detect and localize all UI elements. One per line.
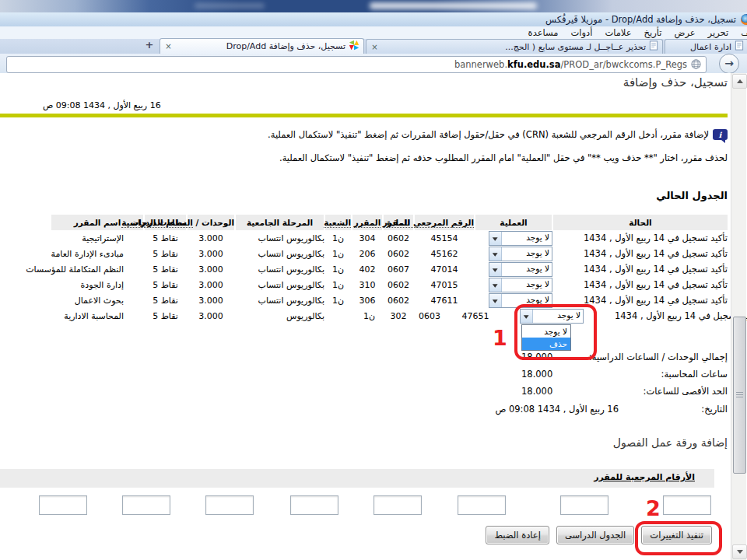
go-arrow-button[interactable]: →: [719, 54, 739, 74]
scroll-down-icon[interactable]: [732, 544, 747, 559]
tab-warning[interactable]: تحذير عــاجــل لـ مستوى سابع ( الحج... ×: [366, 39, 663, 54]
col-crn[interactable]: الرقم المرجعي للمقرر: [414, 215, 475, 230]
window-title: تسجيل، حذف وإضافة Drop/Add - موزيلا فَير…: [545, 14, 736, 25]
menu-history[interactable]: تأريخ: [644, 27, 662, 38]
vertical-scrollbar[interactable]: [731, 73, 746, 560]
crn-input-2[interactable]: [560, 495, 608, 515]
status-cell: تأكيد تسجيل في 14 ربيع الأول , 1434: [552, 230, 728, 246]
url-bar-row: bannerweb.kfu.edu.sa/PROD_ar/bwckcoms.P_…: [0, 54, 747, 74]
section-cell: ن1: [324, 292, 352, 308]
grade-mode-cell: نقاط 5: [144, 277, 187, 292]
grade-mode-cell: نقاط 5: [144, 308, 187, 324]
crn-input-1[interactable]: [663, 495, 711, 515]
grade-mode-cell: نقاط 5: [144, 292, 187, 308]
url-input[interactable]: bannerweb.kfu.edu.sa/PROD_ar/bwckcoms.P_…: [6, 56, 707, 73]
scrollbar-thumb[interactable]: [733, 317, 746, 474]
table-row: تأكيد تسجيل في 14 ربيع الأول , 1434 لا ي…: [51, 246, 728, 261]
dropdown-arrow-icon: ▼: [489, 232, 502, 245]
menu-help[interactable]: مساعدة: [528, 27, 559, 38]
crn-input-3[interactable]: [458, 495, 506, 515]
divider-rule: [0, 114, 728, 117]
col-level: المرحلة الجامعية: [235, 215, 324, 230]
col-action: العملية: [475, 215, 552, 230]
background-blur-strip: [0, 0, 747, 12]
menu-edit[interactable]: تحرير: [708, 27, 729, 38]
crn-cell: 47015: [414, 277, 475, 292]
table-header-row: الحالة العملية الرقم المرجعي للمقرر الما…: [51, 215, 728, 230]
tab-close-icon[interactable]: ×: [164, 42, 173, 51]
max-hours-value: 18.000: [521, 386, 572, 397]
course-cell: 310: [352, 277, 383, 292]
tab-drop-add-active[interactable]: تسجيل، حذف وإضافة Drop/Add ×: [160, 38, 364, 54]
action-select[interactable]: لا يوجد▼: [489, 247, 552, 261]
course-title-cell: مبادىء الإدارة العامة: [51, 246, 144, 261]
credits-cell: 3.000: [187, 308, 235, 324]
globe-icon: [691, 59, 701, 72]
course-cell: 306: [352, 292, 383, 308]
subject-cell: 0607: [383, 261, 414, 277]
crn-input-6[interactable]: [205, 495, 254, 515]
billing-hours-label: ساعات المحاسبة:: [661, 369, 728, 380]
course-title-cell: إدارة الجودة: [51, 277, 144, 292]
table-row: تأكيد تسجيل في 14 ربيع الأول , 1434 لا ي…: [51, 308, 728, 324]
level-cell: بكالوريوس انتساب: [235, 246, 324, 261]
section-cell: ن1: [324, 230, 352, 246]
max-hours-label: الحد الأقصى للساعات:: [644, 386, 728, 397]
pinwheel-icon: [349, 40, 359, 53]
crn-cell: 47611: [414, 292, 475, 308]
dropdown-arrow-icon: ▼: [489, 263, 502, 276]
page-icon: [649, 40, 658, 53]
crn-input-7[interactable]: [122, 495, 170, 515]
page-datetime: 16 ربيع الأول , 1434 09:08 ص: [43, 100, 161, 110]
billing-hours-value: 18.000: [521, 369, 572, 380]
course-title-cell: النظم المتكاملة للمؤسسات: [51, 261, 144, 277]
course-title-cell: المحاسبة الادارية: [51, 308, 144, 324]
section-cell: ن1: [324, 246, 352, 261]
window-titlebar: تسجيل، حذف وإضافة Drop/Add - موزيلا فَير…: [0, 12, 747, 26]
class-schedule-button[interactable]: الجدول الدراسى: [556, 526, 634, 544]
crn-input-4[interactable]: [374, 495, 422, 515]
level-cell: بكالوريوس: [235, 308, 324, 324]
crn-input-8[interactable]: [39, 495, 87, 515]
menu-tools[interactable]: أدوات: [570, 27, 592, 38]
status-cell: تأكيد تسجيل في 14 ربيع الأول , 1434: [552, 261, 728, 277]
course-title-cell: الإستراتيجية: [51, 230, 144, 246]
tab-label: تحذير عــاجــل لـ مستوى سابع ( الحج...: [382, 42, 646, 52]
menu-file[interactable]: ملف: [741, 27, 747, 38]
table-row: تأكيد تسجيل في 14 ربيع الأول , 1434 لا ي…: [51, 277, 728, 292]
col-grade-mode: نظام الدرجات: [144, 215, 187, 230]
menu-bookmarks[interactable]: علامات: [605, 27, 631, 38]
dropdown-arrow-icon: ▼: [489, 278, 502, 292]
crn-cell: 45162: [414, 246, 475, 261]
section-cell: ن1: [324, 277, 352, 292]
action-select[interactable]: لا يوجد▼: [489, 262, 552, 277]
credits-cell: 3.000: [187, 277, 235, 292]
tab-business-admin[interactable]: ادارة اعمال: [665, 39, 747, 54]
crn-input-5[interactable]: [290, 495, 338, 515]
col-subject[interactable]: المادة: [383, 215, 414, 230]
credits-cell: 3.000: [187, 230, 235, 246]
grade-mode-cell: نقاط 5: [144, 261, 187, 277]
status-cell: تأكيد تسجيل في 14 ربيع الأول , 1434: [552, 277, 728, 292]
crn-header-label[interactable]: الأرقام المرجعية للمقرر: [594, 472, 695, 482]
new-tab-button[interactable]: +: [141, 39, 158, 53]
action-select[interactable]: لا يوجد▼: [489, 278, 552, 292]
col-section[interactable]: الشعبة: [324, 215, 352, 230]
table-row: تأكيد تسجيل في 14 ربيع الأول , 1434 لا ي…: [51, 292, 728, 308]
reset-button[interactable]: إعادة الضبط: [486, 526, 549, 544]
firefox-icon: [741, 14, 747, 25]
col-course[interactable]: المقرر: [352, 215, 383, 230]
callout-2-label: 2: [646, 498, 661, 519]
col-credits[interactable]: الوحدات / الساعات الدراسية: [187, 215, 235, 230]
scroll-up-icon[interactable]: [732, 74, 747, 89]
credits-cell: 3.000: [187, 292, 235, 308]
menu-view[interactable]: عرض: [674, 27, 695, 38]
schedule-table: الحالة العملية الرقم المرجعي للمقرر الما…: [51, 215, 728, 324]
level-cell: بكالوريوس انتساب: [235, 277, 324, 292]
course-cell: 304: [352, 230, 383, 246]
action-select[interactable]: لا يوجد▼: [489, 231, 552, 246]
crn-cell: 47014: [414, 261, 475, 277]
subject-cell: 0602: [383, 277, 414, 292]
tab-close-icon[interactable]: ×: [370, 43, 379, 51]
level-cell: بكالوريوس انتساب: [235, 230, 324, 246]
